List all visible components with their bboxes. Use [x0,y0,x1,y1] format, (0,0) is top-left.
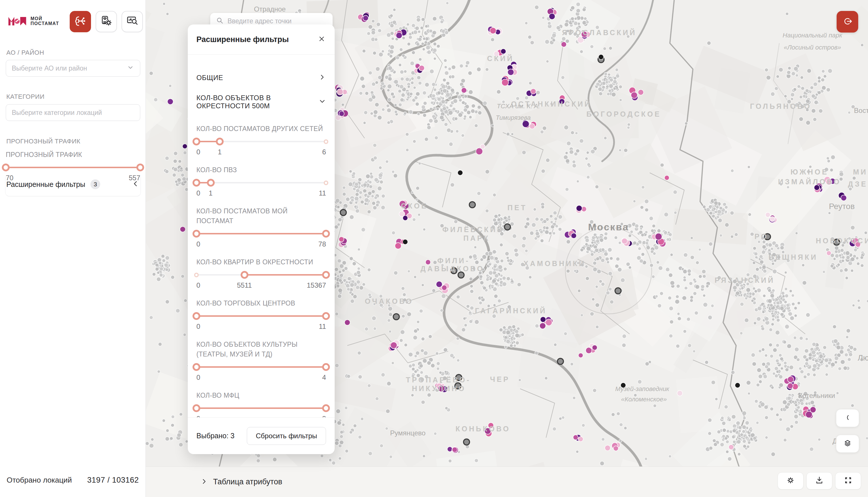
fullscreen-button[interactable] [835,472,861,489]
categories-field[interactable] [6,104,140,121]
categories-input[interactable] [12,109,134,117]
modal-header: Расширенные фильтры [188,25,335,55]
slider-label: КОЛ-ВО ТОРГОВЫХ ЦЕНТРОВ [196,298,326,308]
close-icon[interactable] [317,34,326,44]
reset-filters-button[interactable]: Сбросить фильтры [247,427,326,445]
slider-mark: 11 [319,323,326,330]
slider-end-ghost [324,139,328,144]
map-label: Национальный парк [783,32,843,39]
slider-track[interactable] [196,362,326,372]
map-label: РЯЗАНСКИЙ [714,276,775,284]
slider-handle-min[interactable] [193,179,200,187]
map-label: ЯРОСЛАВСКИЙ [562,28,637,37]
slider-track[interactable] [196,403,326,413]
slider-handle-max[interactable] [322,271,330,279]
slider-track[interactable] [196,178,326,187]
map-label: Москва [588,222,629,232]
section-general-label: ОБЩИЕ [196,74,223,82]
slider-label: КОЛ-ВО ОБЪЕКТОВ КУЛЬТУРЫ (ТЕАТРЫ, МУЗЕЙ … [196,340,326,359]
slider-mark: 0 [196,240,200,248]
slider-marks: 04 [196,373,326,383]
map-label: ЮЖНОЕ [791,168,828,176]
map-label: РО [755,232,768,240]
region-label: АО / РАЙОН [6,49,44,56]
map-label: ТСХА им. К. А. [497,102,540,110]
logo-line2: ПОСТАМАТ [30,21,59,26]
map-label: ПЕТ [508,203,527,212]
slider-handle-min[interactable] [193,312,200,320]
slider-handle-max[interactable] [322,230,330,238]
slider-fill [196,233,326,235]
slider-mark: 5511 [237,281,252,289]
slider-handle-max[interactable] [322,312,330,320]
slider-track[interactable] [196,229,326,238]
slider-track[interactable] [196,137,326,146]
slider-handle-max[interactable] [322,363,330,371]
logout-icon [842,16,853,28]
stats-label: Отобрано локаций [6,476,72,485]
slider-marks: 03 [196,415,326,417]
expand-icon [842,474,854,487]
slider-mark: 0 [196,323,200,330]
slider-mark: 0 [196,148,200,156]
slider-handle-min[interactable] [193,404,200,412]
slider-mark: 78 [318,240,326,248]
slider-handle-max[interactable] [216,138,224,145]
section-general[interactable]: ОБЩИЕ [196,66,326,90]
region-select[interactable] [6,60,140,76]
section-nearby-objects[interactable]: КОЛ-ВО ОБЪЕКТОВ В ОКРЕСТНОСТИ 500М [196,90,326,114]
slider-fill [196,366,326,368]
slider-handle-max[interactable] [322,404,330,412]
filter-slider: КОЛ-ВО ПОСТАМАТОВ МОЙ ПОСТАМАТ078 [196,206,326,250]
attribute-table-bar[interactable]: Таблица атрибутов [146,467,868,497]
map-label: ГОЛЬЯНОВО [750,102,812,110]
section-nearby-label: КОЛ-ВО ОБЪЕКТОВ В ОКРЕСТНОСТИ 500М [196,94,318,110]
monitor-search-button[interactable] [122,11,143,32]
map-label: ДЗЕРЖ [848,180,868,188]
settings-button[interactable] [778,472,803,489]
report-settings-button[interactable] [96,11,117,32]
crescent-arc-icon [843,413,852,424]
advanced-filters-toggle[interactable]: Расширенные фильтры 3 [6,176,140,193]
slider-handle-min[interactable] [193,138,200,145]
slider-handle-min[interactable] [241,271,248,279]
map-label: ОЧАКОВО [365,297,414,305]
map-label: ЧЕР [490,375,510,383]
slider-marks: 0551115367 [196,281,326,290]
attribute-table-label: Таблица атрибутов [213,478,282,486]
slider-track[interactable] [6,162,140,172]
search-input[interactable] [228,17,327,25]
layers-button[interactable] [836,435,859,453]
slider-handle-max[interactable] [207,179,215,187]
slider-label: КОЛ-ВО ПВЗ [196,165,326,175]
slider-mark: 0 [196,373,200,382]
slider-mark: 3 [322,415,326,417]
slider-label: КОЛ-ВО МФЦ [196,390,326,400]
slider-handle-max[interactable] [137,164,144,171]
slider-track[interactable] [196,311,326,321]
map-label: НОВОКОСИНО [816,237,868,245]
slider-handle-min[interactable] [193,230,200,238]
map-action-buttons [778,472,861,489]
modal-title: Расширенные фильтры [196,35,289,44]
download-button[interactable] [806,472,832,489]
modal-body: ОБЩИЕ КОЛ-ВО ОБЪЕКТОВ В ОКРЕСТНОСТИ 500М… [188,55,335,417]
ai-assistant-button[interactable] [70,11,91,32]
slider-label: КОЛ-ВО ПОСТАМАТОВ ДРУГИХ СЕТЕЙ [196,124,326,133]
slider-mark: 1 [218,148,222,156]
slider-mark: 1 [209,189,213,197]
modal-footer: Выбрано: 3 Сбросить фильтры [188,417,335,454]
logout-button[interactable] [837,11,858,32]
slider-mark: 15367 [307,281,326,289]
slider-track[interactable] [196,270,326,280]
sidebar: МОЙ ПОСТАМАТ [0,0,146,497]
slider-handle-min[interactable] [2,164,10,171]
map-label: БОГОРОДСКОЕ [586,110,661,118]
map-label: ВЕШНЯКИ [768,253,817,261]
slider-handle-min[interactable] [193,363,200,371]
region-input[interactable] [12,65,127,72]
slider-marks: 0111 [196,189,326,198]
night-mode-button[interactable] [836,409,859,427]
map-area: ОтрадноеЯРОСЛАВСКИЙСКИЙНациональный парк… [146,0,868,497]
categories-label: КАТЕГОРИИ [6,93,44,100]
